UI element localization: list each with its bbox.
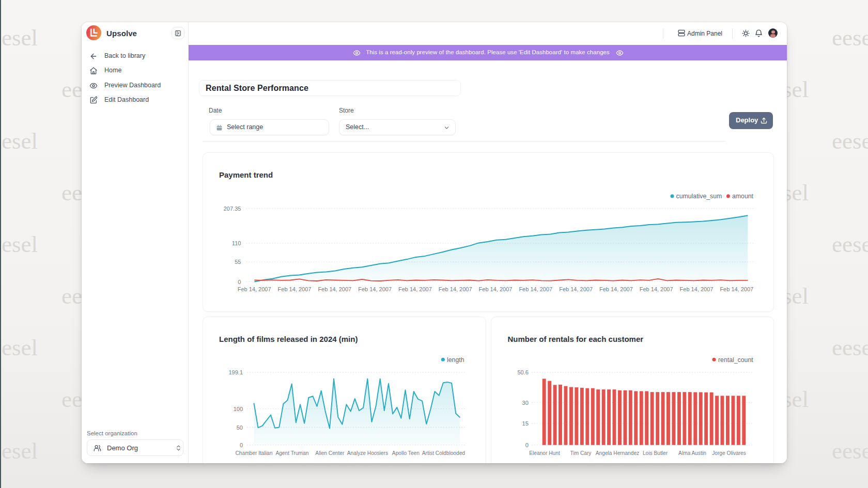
svg-text:Angela Hernandez: Angela Hernandez [596, 450, 639, 456]
svg-text:eesel: eesel [832, 25, 868, 51]
svg-text:0: 0 [240, 442, 243, 448]
svg-text:Artist Coldblooded: Artist Coldblooded [422, 450, 466, 456]
svg-text:0: 0 [525, 442, 529, 448]
svg-text:50.6: 50.6 [517, 369, 528, 375]
svg-text:Feb 14, 2007: Feb 14, 2007 [358, 286, 392, 292]
svg-text:Feb 14, 2007: Feb 14, 2007 [318, 286, 351, 292]
svg-text:eesel: eesel [832, 335, 868, 360]
svg-text:Feb 14, 2007: Feb 14, 2007 [479, 286, 513, 292]
svg-text:Length of films released in 20: Length of films released in 2024 (min) [219, 335, 358, 343]
svg-text:Analyze Hoosiers: Analyze Hoosiers [347, 450, 388, 456]
svg-text:Jorge Olivares: Jorge Olivares [712, 450, 746, 456]
svg-text:Feb 14, 2007: Feb 14, 2007 [398, 286, 432, 292]
svg-text:Feb 14, 2007: Feb 14, 2007 [519, 286, 552, 292]
svg-text:Feb 14, 2007: Feb 14, 2007 [238, 286, 271, 292]
svg-text:eesel: eesel [0, 438, 38, 464]
svg-text:Feb 14, 2007: Feb 14, 2007 [439, 286, 472, 292]
svg-text:0: 0 [238, 279, 241, 285]
svg-text:Feb 14, 2007: Feb 14, 2007 [640, 286, 673, 292]
svg-text:rental_count: rental_count [718, 356, 753, 364]
svg-text:eesel: eesel [0, 25, 38, 51]
svg-text:eesel: eesel [0, 231, 38, 257]
svg-text:Tim Cary: Tim Cary [570, 450, 592, 456]
svg-text:Feb 14, 2007: Feb 14, 2007 [720, 286, 753, 292]
svg-text:Feb 14, 2007: Feb 14, 2007 [599, 286, 633, 292]
svg-text:110: 110 [232, 240, 241, 246]
svg-text:30: 30 [522, 400, 529, 406]
svg-text:eesel: eesel [832, 438, 868, 464]
svg-text:Feb 14, 2007: Feb 14, 2007 [559, 286, 593, 292]
svg-text:eesel: eesel [832, 231, 868, 257]
svg-text:Apollo Teen: Apollo Teen [392, 450, 420, 456]
svg-text:Feb 14, 2007: Feb 14, 2007 [278, 286, 312, 292]
svg-text:15: 15 [522, 420, 529, 427]
svg-text:length: length [447, 356, 464, 364]
svg-text:Alien Center: Alien Center [315, 450, 345, 456]
svg-text:55: 55 [235, 259, 241, 265]
svg-text:Number of rentals for each cus: Number of rentals for each customer [508, 335, 644, 343]
svg-text:Feb 14, 2007: Feb 14, 2007 [680, 286, 714, 292]
svg-text:199.1: 199.1 [228, 369, 243, 375]
svg-text:Chamber Italian: Chamber Italian [235, 450, 272, 456]
svg-text:amount: amount [732, 193, 754, 200]
svg-text:Agent Truman: Agent Truman [275, 450, 308, 456]
svg-text:eesel: eesel [0, 335, 38, 360]
svg-text:eesel: eesel [832, 128, 868, 154]
svg-text:50: 50 [237, 424, 243, 431]
svg-text:Alma Austin: Alma Austin [678, 450, 706, 456]
svg-text:207.35: 207.35 [224, 206, 241, 212]
svg-text:100: 100 [234, 406, 243, 412]
svg-text:Eleanor Hunt: Eleanor Hunt [529, 450, 560, 456]
svg-text:Lois Butler: Lois Butler [643, 450, 668, 456]
svg-text:eesel: eesel [0, 128, 38, 154]
svg-text:cumulative_sum: cumulative_sum [676, 193, 722, 200]
svg-text:Payment trend: Payment trend [219, 170, 273, 179]
